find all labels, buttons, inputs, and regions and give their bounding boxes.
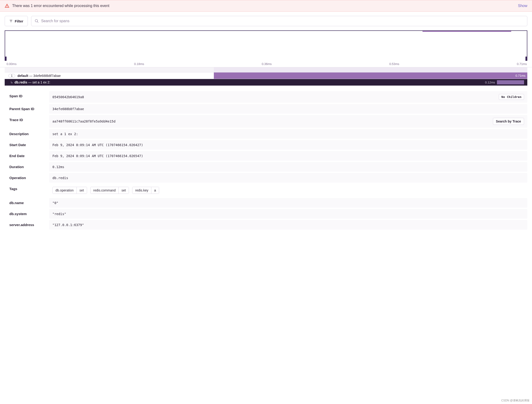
span-duration: 0.12ms	[485, 81, 495, 84]
detail-label-span-id: Span ID	[5, 91, 49, 103]
span-bar	[497, 80, 524, 84]
detail-value-parent-span-id: 34efe688b8f7abae	[49, 104, 527, 114]
detail-value-end-date: Feb 9, 2024 8:09:14 AM UTC (1707466154.0…	[49, 151, 527, 161]
span-duration: 0.71ms	[515, 74, 526, 77]
span-bar	[214, 72, 527, 79]
trace-minimap[interactable]	[5, 30, 527, 61]
error-message: There was 1 error encountered while proc…	[12, 4, 109, 8]
filter-icon	[9, 19, 13, 23]
error-banner: There was 1 error encountered while proc…	[0, 0, 532, 12]
svg-point-1	[7, 7, 7, 7]
tag-pair[interactable]: db.operationset	[52, 187, 87, 194]
time-axis: 0.00ms 0.18ms 0.36ms 0.53ms 0.71ms	[0, 61, 532, 67]
detail-label-parent-span-id: Parent Span ID	[5, 104, 49, 114]
detail-label-description: Description	[5, 129, 49, 139]
minimap-handle-left[interactable]	[5, 57, 6, 61]
tag-pair[interactable]: redis.commandset	[90, 187, 129, 194]
detail-value-span-id: 05450642b64619a8 No Children	[49, 91, 527, 103]
tag-key: db.operation	[53, 187, 77, 194]
span-label: db.redis—set a 1 ex 2:	[14, 80, 50, 84]
tag-value: set	[118, 187, 129, 194]
search-input[interactable]	[41, 16, 524, 26]
detail-value-start-date: Feb 9, 2024 8:09:14 AM UTC (1707466154.0…	[49, 140, 527, 150]
tag-key: redis.command	[90, 187, 119, 194]
detail-value-operation: db.redis	[49, 173, 527, 183]
track-header-strip	[5, 67, 527, 72]
axis-tick: 0.53ms	[389, 62, 399, 66]
search-icon	[35, 19, 39, 23]
tag-value: set	[77, 187, 87, 194]
svg-line-6	[37, 21, 38, 23]
detail-label-server-address: server.address	[5, 220, 49, 230]
detail-value-duration: 0.12ms	[49, 162, 527, 172]
axis-tick: 0.00ms	[6, 62, 17, 66]
detail-label-tags: Tags	[5, 184, 49, 197]
tree-connector: ↳	[5, 80, 14, 84]
tag-value: a	[151, 187, 159, 194]
detail-value-db-system: "redis"	[49, 209, 527, 219]
detail-label-start-date: Start Date	[5, 140, 49, 150]
arrow-icon: ↳	[10, 80, 13, 84]
minimap-handle-right[interactable]	[526, 57, 527, 61]
child-count-badge: 1	[8, 74, 15, 78]
span-row-child[interactable]: ↳ db.redis—set a 1 ex 2: 0.12ms	[5, 79, 527, 86]
span-row-root[interactable]: 1 default—34efe688b8f7abae 0.71ms	[5, 72, 527, 79]
tag-key: redis.key	[132, 187, 151, 194]
tag-pair[interactable]: redis.keya	[132, 187, 159, 194]
detail-label-trace-id: Trace ID	[5, 115, 49, 128]
show-errors-link[interactable]: Show	[518, 4, 527, 8]
search-by-trace-button[interactable]: Search by Trace	[493, 118, 524, 125]
warning-icon	[5, 4, 9, 8]
search-container	[31, 16, 527, 26]
axis-tick: 0.36ms	[262, 62, 272, 66]
detail-label-end-date: End Date	[5, 151, 49, 161]
toolbar: Filter	[0, 12, 532, 30]
detail-value-db-name: "0"	[49, 198, 527, 208]
detail-value-server-address: "127.0.0.1:6379"	[49, 220, 527, 230]
detail-label-db-name: db.name	[5, 198, 49, 208]
detail-label-db-system: db.system	[5, 209, 49, 219]
detail-value-description: set a 1 ex 2:	[49, 129, 527, 139]
span-label: default—34efe688b8f7abae	[18, 74, 61, 78]
span-details: Span ID 05450642b64619a8 No Children Par…	[0, 86, 532, 237]
detail-value-tags: db.operationsetredis.commandsetredis.key…	[49, 184, 527, 197]
svg-point-5	[35, 19, 38, 22]
detail-value-trace-id: aa748ff60611c7aa28f8fe5a9dd4e15d Search …	[49, 115, 527, 128]
filter-button[interactable]: Filter	[5, 16, 28, 26]
no-children-badge: No Children	[499, 94, 524, 100]
detail-label-duration: Duration	[5, 162, 49, 172]
axis-tick: 0.71ms	[517, 62, 527, 66]
filter-label: Filter	[15, 19, 23, 23]
minimap-span-bar	[423, 31, 511, 32]
axis-tick: 0.18ms	[134, 62, 144, 66]
detail-label-operation: Operation	[5, 173, 49, 183]
